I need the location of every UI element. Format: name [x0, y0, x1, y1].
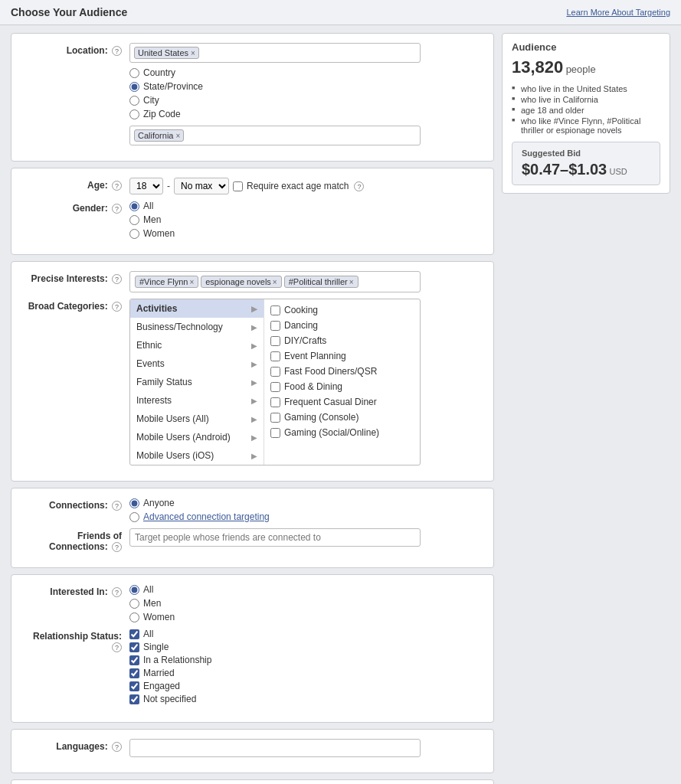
exact-age-help-icon[interactable]: ?: [354, 181, 364, 191]
cat-item-4[interactable]: Family Status ▶: [130, 373, 264, 391]
languages-help-icon[interactable]: ?: [112, 742, 122, 752]
relationship-status-help-icon[interactable]: ?: [112, 642, 122, 652]
cat-item-6[interactable]: Mobile Users (All) ▶: [130, 410, 264, 428]
connections-help-icon[interactable]: ?: [112, 501, 122, 511]
personal-section: Interested In: ? All Men: [11, 574, 494, 723]
gender-content: All Men Women: [129, 201, 483, 239]
subcat-2[interactable]: DIY/Crafts: [269, 333, 415, 348]
remove-interest-1[interactable]: ×: [273, 278, 277, 286]
interested-men-option[interactable]: Men: [129, 598, 483, 609]
subcat-4[interactable]: Fast Food Diners/QSR: [269, 364, 415, 379]
remove-interest-2[interactable]: ×: [349, 278, 354, 286]
age-gender-section: Age: ? 18 - No max Require exact age mat…: [11, 168, 494, 255]
subcat-checkbox-7[interactable]: [270, 413, 280, 423]
cat-item-0[interactable]: Activities ▶: [130, 299, 264, 318]
subcat-1[interactable]: Dancing: [269, 318, 415, 333]
rel-single-option[interactable]: Single: [129, 642, 483, 652]
subcat-3[interactable]: Event Planning: [269, 348, 415, 364]
connections-anyone-option[interactable]: Anyone: [129, 498, 483, 508]
location-country-option[interactable]: Country: [129, 67, 483, 78]
broad-categories-content: Activities ▶ Business/Technology ▶ Ethni…: [129, 299, 483, 466]
subcat-5[interactable]: Food & Dining: [269, 379, 415, 394]
languages-row: Languages: ?: [22, 739, 483, 757]
age-min-select[interactable]: 18: [129, 178, 163, 194]
interested-in-label: Interested In: ?: [22, 584, 129, 597]
remove-ca-tag[interactable]: ×: [175, 132, 180, 140]
cat-item-2[interactable]: Ethnic ▶: [130, 336, 264, 354]
audience-bullet-2: age 18 and older: [512, 105, 660, 116]
audience-bullet-1: who live in California: [512, 94, 660, 105]
connections-row: Connections: ? Anyone Advanced connectio…: [22, 498, 483, 522]
suggested-bid-box: Suggested Bid $0.47–$1.03 USD: [512, 142, 660, 185]
cat-item-3[interactable]: Events ▶: [130, 354, 264, 373]
exact-age-checkbox[interactable]: [233, 181, 243, 191]
subcat-8[interactable]: Gaming (Social/Online): [269, 425, 415, 440]
interests-section: Precise Interests: ? #Vince Flynn × espi…: [11, 261, 494, 482]
subcat-checkbox-4[interactable]: [270, 367, 280, 377]
age-help-icon[interactable]: ?: [112, 181, 122, 191]
precise-interests-help-icon[interactable]: ?: [112, 274, 122, 284]
broad-categories-row: Broad Categories: ? Activities ▶ Busines…: [22, 299, 483, 466]
subcat-checkbox-0[interactable]: [270, 305, 280, 315]
precise-interests-content: #Vince Flynn × espionage novels × #Polit…: [129, 271, 483, 292]
location-help-icon[interactable]: ?: [112, 46, 122, 56]
interested-women-option[interactable]: Women: [129, 612, 483, 622]
learn-more-link[interactable]: Learn More About Targeting: [566, 8, 670, 17]
interested-in-help-icon[interactable]: ?: [112, 587, 122, 597]
languages-input[interactable]: [129, 739, 421, 757]
subcat-0[interactable]: Cooking: [269, 302, 415, 318]
subcat-6[interactable]: Frequent Casual Diner: [269, 394, 415, 410]
gender-men-option[interactable]: Men: [129, 214, 483, 225]
rel-relationship-option[interactable]: In a Relationship: [129, 655, 483, 665]
age-content: 18 - No max Require exact age match ?: [129, 178, 483, 194]
location-content: United States × Country State/Province: [129, 43, 483, 145]
rel-engaged-option[interactable]: Engaged: [129, 681, 483, 691]
age-label: Age: ?: [22, 178, 129, 191]
friends-connections-input[interactable]: [129, 528, 421, 547]
cat-item-8[interactable]: Mobile Users (iOS) ▶: [130, 446, 264, 465]
subcat-checkbox-2[interactable]: [270, 336, 280, 346]
bid-currency: USD: [610, 167, 627, 176]
remove-us-tag[interactable]: ×: [191, 49, 195, 57]
page-header: Choose Your Audience Learn More About Ta…: [0, 0, 681, 25]
cat-item-5[interactable]: Interests ▶: [130, 391, 264, 410]
location-type-group: Country State/Province City Zip Cod: [129, 67, 483, 119]
location-zip-option[interactable]: Zip Code: [129, 109, 483, 119]
subcat-checkbox-6[interactable]: [270, 397, 280, 407]
cat-item-1[interactable]: Business/Technology ▶: [130, 318, 264, 336]
location-state-tag-input[interactable]: California ×: [129, 126, 421, 145]
precise-interests-input[interactable]: #Vince Flynn × espionage novels × #Polit…: [129, 271, 421, 292]
location-city-option[interactable]: City: [129, 95, 483, 106]
subcat-checkbox-5[interactable]: [270, 382, 280, 392]
interested-in-group: All Men Women: [129, 584, 483, 622]
languages-section: Languages: ?: [11, 729, 494, 773]
gender-help-icon[interactable]: ?: [112, 204, 122, 214]
location-state-option[interactable]: State/Province: [129, 81, 483, 92]
subcat-7[interactable]: Gaming (Console): [269, 410, 415, 425]
audience-unit: people: [566, 64, 596, 75]
broad-categories-help-icon[interactable]: ?: [112, 302, 122, 312]
rel-not-specified-option[interactable]: Not specified: [129, 694, 483, 704]
gender-label: Gender: ?: [22, 201, 129, 214]
friends-connections-help-icon[interactable]: ?: [112, 542, 122, 552]
age-max-select[interactable]: No max: [174, 178, 229, 194]
audience-count: 13,820: [512, 57, 563, 77]
cat-item-7[interactable]: Mobile Users (Android) ▶: [130, 428, 264, 446]
subcat-checkbox-3[interactable]: [270, 351, 280, 361]
subcat-checkbox-8[interactable]: [270, 428, 280, 438]
rel-married-option[interactable]: Married: [129, 668, 483, 678]
rel-all-option[interactable]: All: [129, 629, 483, 639]
gender-row: Gender: ? All Men: [22, 201, 483, 239]
remove-interest-0[interactable]: ×: [189, 278, 194, 286]
interested-in-content: All Men Women: [129, 584, 483, 622]
audience-count-row: 13,820 people: [512, 57, 660, 77]
connections-advanced-option[interactable]: Advanced connection targeting: [129, 511, 483, 522]
location-tag-input[interactable]: United States ×: [129, 43, 421, 63]
interested-all-option[interactable]: All: [129, 584, 483, 595]
age-controls: 18 - No max Require exact age match ?: [129, 178, 483, 194]
subcat-checkbox-1[interactable]: [270, 321, 280, 331]
gender-women-option[interactable]: Women: [129, 228, 483, 239]
interest-tag-2: #Political thriller ×: [284, 276, 359, 288]
sidebar: Audience 13,820 people who live in the U…: [502, 33, 670, 784]
gender-all-option[interactable]: All: [129, 201, 483, 211]
